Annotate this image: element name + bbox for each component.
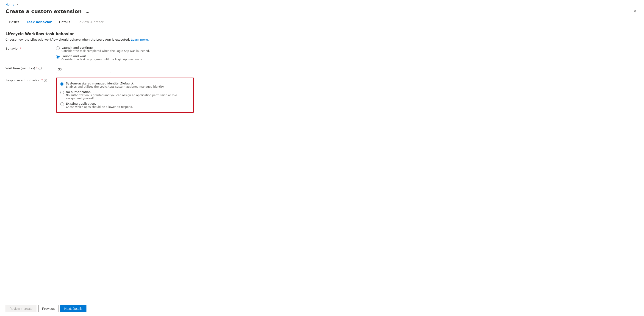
wait-time-form-content: [56, 66, 194, 73]
behavior-radio-launch-wait[interactable]: [56, 55, 60, 59]
response-auth-option-existing-app[interactable]: Existing application. Chose which apps s…: [60, 102, 190, 109]
page-header-left: Create a custom extension ...: [6, 8, 91, 15]
wait-time-required-star: *: [36, 67, 38, 70]
response-auth-box: System-assigned managed identity (Defaul…: [56, 78, 194, 113]
breadcrumb-separator: >: [16, 3, 18, 6]
behavior-radio-group: Launch and continue Consider the task co…: [56, 46, 194, 61]
response-auth-existing-app-desc: Chose which apps should be allowed to re…: [66, 105, 133, 109]
response-auth-no-auth-label: No authorization: [66, 90, 190, 94]
behavior-launch-wait-desc: Consider the task in progress until the …: [62, 58, 143, 61]
response-auth-option-no-auth[interactable]: No authorization No authorization is gra…: [60, 90, 190, 100]
behavior-launch-wait-label: Launch and wait: [62, 54, 143, 58]
behavior-form-content: Launch and continue Consider the task co…: [56, 46, 194, 61]
behavior-launch-continue-label: Launch and continue: [62, 46, 150, 49]
response-auth-radio-group: System-assigned managed identity (Defaul…: [60, 82, 190, 109]
previous-button[interactable]: Previous: [38, 305, 58, 312]
tab-review-create: Review + create: [74, 18, 108, 26]
behavior-launch-continue-desc: Consider the task completed when the Log…: [62, 49, 150, 53]
wait-time-input[interactable]: [56, 66, 111, 73]
wait-time-info-icon[interactable]: i: [38, 67, 42, 70]
response-auth-label: Response authorization * i: [6, 78, 47, 82]
page-header: Create a custom extension ... ✕: [6, 8, 638, 15]
review-create-button[interactable]: Review + create: [6, 305, 36, 312]
tabs-container: Basics Task behavior Details Review + cr…: [6, 18, 638, 26]
more-options-button[interactable]: ...: [84, 8, 91, 15]
tab-basics[interactable]: Basics: [6, 18, 23, 26]
wait-time-form-row: Wait time (minutes) * i: [6, 66, 638, 73]
response-auth-no-auth-desc: No authorization is granted and you can …: [66, 94, 190, 100]
tab-task-behavior[interactable]: Task behavior: [23, 18, 55, 26]
learn-more-link[interactable]: Learn more.: [131, 38, 149, 41]
response-auth-system-assigned-desc: Enables and utilizes the Logic Apps syst…: [66, 85, 164, 88]
response-auth-info-icon[interactable]: i: [44, 79, 47, 82]
response-auth-form-content: System-assigned managed identity (Defaul…: [56, 78, 194, 113]
section-title: Lifecycle Workflow task behavior: [6, 32, 638, 36]
wait-time-label: Wait time (minutes) * i: [6, 66, 47, 70]
section-description: Choose how the Lifecycle workflow should…: [6, 38, 638, 41]
response-auth-required-star: *: [42, 79, 43, 82]
response-auth-radio-no-auth[interactable]: [60, 91, 64, 94]
breadcrumb-home-link[interactable]: Home: [6, 3, 14, 6]
tab-details[interactable]: Details: [55, 18, 74, 26]
response-auth-form-row: Response authorization * i System-assign…: [6, 78, 638, 113]
response-auth-radio-existing-app[interactable]: [60, 102, 64, 106]
behavior-label: Behavior *: [6, 46, 47, 50]
behavior-option-launch-continue[interactable]: Launch and continue Consider the task co…: [56, 46, 194, 53]
response-auth-existing-app-label: Existing application.: [66, 102, 133, 105]
close-button[interactable]: ✕: [632, 9, 638, 15]
behavior-required-star: *: [20, 47, 21, 50]
breadcrumb: Home >: [6, 3, 638, 6]
section-description-text: Choose how the Lifecycle workflow should…: [6, 38, 130, 41]
next-details-button[interactable]: Next: Details: [60, 305, 86, 312]
behavior-option-launch-wait[interactable]: Launch and wait Consider the task in pro…: [56, 54, 194, 61]
response-auth-system-assigned-label: System-assigned managed identity (Defaul…: [66, 82, 164, 85]
page-title: Create a custom extension: [6, 9, 82, 14]
response-auth-option-system-assigned[interactable]: System-assigned managed identity (Defaul…: [60, 82, 190, 88]
response-auth-radio-system-assigned[interactable]: [60, 82, 64, 86]
footer: Review + create Previous Next: Details: [0, 301, 644, 316]
behavior-form-row: Behavior * Launch and continue Consider …: [6, 46, 638, 61]
behavior-radio-launch-continue[interactable]: [56, 46, 60, 50]
